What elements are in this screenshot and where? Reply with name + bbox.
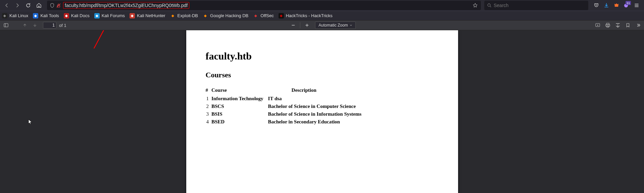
url-text: faculty.htb/mpdf/tmp/OKTLw2f4x5ZgiEUChny…	[63, 2, 189, 9]
bookmark-label: Kali Tools	[40, 13, 59, 18]
favicon-icon: ◆	[130, 13, 135, 18]
cell-num: 3	[206, 111, 212, 118]
bookmark-item[interactable]: ◆Kali Linux	[2, 13, 28, 18]
bookmark-star-button[interactable]	[471, 1, 480, 10]
bookmark-item[interactable]: ◆Google Hacking DB	[203, 13, 248, 18]
svg-point-2	[488, 4, 490, 6]
col-course: Course	[211, 87, 268, 95]
shield-icon[interactable]	[50, 3, 55, 8]
tools-button[interactable]	[633, 21, 643, 30]
foxyproxy-button[interactable]	[612, 1, 621, 10]
bookmark-item[interactable]: ◆Kali Docs	[64, 13, 90, 18]
presentation-button[interactable]	[593, 21, 602, 30]
bookmark-item[interactable]: ◆Exploit-DB	[170, 13, 198, 18]
cell-num: 1	[206, 95, 212, 103]
address-bar[interactable]: faculty.htb/mpdf/tmp/OKTLw2f4x5ZgiEUChny…	[47, 1, 481, 10]
zoom-label: Automatic Zoom	[318, 23, 348, 28]
bookmark-label: Kali Forums	[102, 13, 125, 18]
cell-desc: IT dsa	[268, 95, 365, 103]
favicon-icon: ◆	[279, 13, 284, 18]
pdf-content-area[interactable]: faculty.htb Courses # Course Description…	[0, 30, 644, 193]
svg-rect-10	[606, 23, 609, 25]
cell-course: BSIS	[211, 111, 268, 118]
cell-course: Information Technology	[211, 95, 268, 103]
zoom-select[interactable]: Automatic Zoom	[315, 22, 355, 29]
bookmark-label: Exploit-DB	[178, 13, 198, 18]
pdf-page: faculty.htb Courses # Course Description…	[186, 30, 458, 193]
next-page-button[interactable]	[30, 21, 40, 30]
favicon-icon: ◆	[33, 13, 38, 18]
col-num: #	[206, 87, 212, 95]
bookmark-item[interactable]: ◆Kali Forums	[94, 13, 125, 18]
bookmark-label: OffSec	[260, 13, 274, 18]
favicon-icon: ◆	[94, 13, 100, 18]
svg-line-13	[94, 30, 116, 48]
cell-course: BSED	[211, 118, 268, 126]
favicon-icon: ◆	[203, 13, 208, 18]
cell-desc: Bachelor of Science in Computer Science	[268, 103, 365, 111]
favicon-icon: ◆	[64, 13, 69, 18]
pdf-toolbar: of 1 Automatic Zoom	[0, 20, 644, 30]
forward-button[interactable]	[13, 1, 22, 10]
bookmark-label: Kali Docs	[71, 13, 90, 18]
bookmark-item[interactable]: ◆OffSec	[253, 13, 274, 18]
svg-rect-4	[4, 24, 8, 27]
svg-line-3	[490, 6, 491, 7]
cursor-icon	[28, 119, 33, 125]
bookmark-item[interactable]: ◆Kali Tools	[33, 13, 59, 18]
bookmark-label: Google Hacking DB	[210, 13, 248, 18]
back-button[interactable]	[2, 1, 11, 10]
chevron-down-icon	[349, 24, 353, 27]
reload-button[interactable]	[23, 1, 33, 10]
favicon-icon: ◆	[170, 13, 176, 18]
app-menu-button[interactable]	[632, 1, 641, 10]
prev-page-button[interactable]	[20, 21, 30, 30]
downloads-button[interactable]	[602, 1, 611, 10]
search-input[interactable]	[494, 3, 586, 8]
pocket-button[interactable]	[592, 1, 601, 10]
col-desc: Description	[268, 87, 365, 95]
lock-insecure-icon[interactable]	[56, 3, 61, 8]
cell-num: 4	[206, 118, 212, 126]
extensions-count: 11	[626, 1, 631, 5]
browser-nav-toolbar: faculty.htb/mpdf/tmp/OKTLw2f4x5ZgiEUChny…	[0, 0, 644, 11]
bookmark-item[interactable]: ◆Kali NetHunter	[130, 13, 165, 18]
cell-num: 2	[206, 103, 212, 111]
table-row: 3BSISBachelor of Science in Information …	[206, 111, 365, 118]
doc-section: Courses	[206, 71, 439, 79]
favicon-icon: ◆	[2, 13, 7, 18]
zoom-out-button[interactable]	[288, 21, 298, 30]
courses-table: # Course Description 1Information Techno…	[206, 87, 365, 126]
cell-desc: Bachelor in Secondary Education	[268, 118, 365, 126]
page-total-label: of 1	[59, 23, 66, 28]
print-button[interactable]	[603, 21, 612, 30]
doc-title: faculty.htb	[206, 50, 439, 62]
bookmark-label: HackTricks - HackTricks	[286, 13, 333, 18]
table-row: 2BSCSBachelor of Science in Computer Sci…	[206, 103, 365, 111]
annotation-arrow	[91, 30, 121, 52]
bookmark-item[interactable]: ◆HackTricks - HackTricks	[279, 13, 333, 18]
zoom-in-button[interactable]	[302, 21, 311, 30]
search-icon	[487, 3, 492, 8]
table-row: 1Information TechnologyIT dsa	[206, 95, 365, 103]
toggle-sidebar-button[interactable]	[1, 21, 11, 30]
search-box[interactable]	[484, 1, 588, 10]
bookmark-label: Kali NetHunter	[137, 13, 165, 18]
table-row: 4BSEDBachelor in Secondary Education	[206, 118, 365, 126]
cell-course: BSCS	[211, 103, 268, 111]
bookmark-label: Kali Linux	[9, 13, 28, 18]
home-button[interactable]	[34, 1, 44, 10]
bookmark-button[interactable]	[623, 21, 633, 30]
save-button[interactable]	[613, 21, 623, 30]
extensions-button[interactable]: 11	[622, 1, 631, 10]
cell-desc: Bachelor of Science in Information Syste…	[268, 111, 365, 118]
page-number-input[interactable]	[43, 22, 56, 29]
favicon-icon: ◆	[253, 13, 258, 18]
bookmarks-bar: ◆Kali Linux◆Kali Tools◆Kali Docs◆Kali Fo…	[0, 11, 644, 20]
